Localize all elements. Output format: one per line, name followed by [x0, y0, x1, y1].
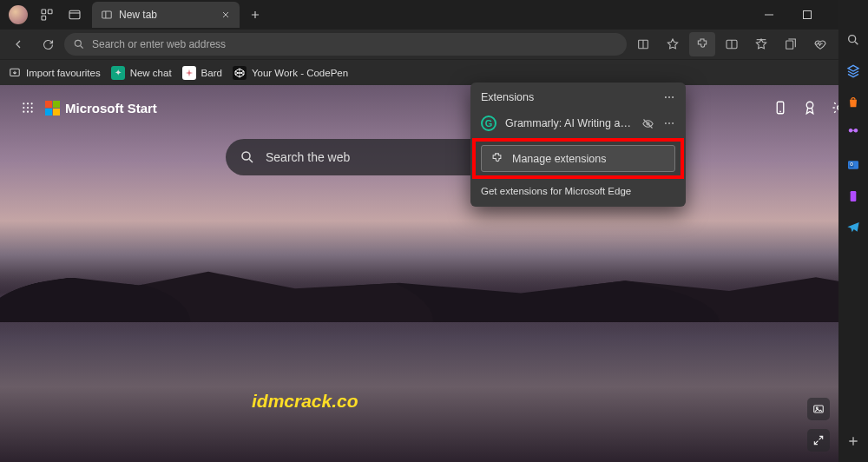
address-placeholder: Search or enter web address — [92, 38, 226, 50]
svg-point-15 — [27, 102, 29, 104]
svg-point-16 — [31, 102, 33, 104]
svg-point-17 — [23, 107, 24, 109]
watermark-text: idmcrack.co — [252, 391, 358, 412]
edit-background-icon[interactable] — [807, 398, 830, 420]
rewards-icon[interactable] — [802, 100, 818, 116]
get-extensions-label: Get extensions for Microsoft Edge — [481, 186, 631, 196]
extensions-popup: Extensions G Grammarly: AI Writing and G… — [470, 82, 686, 207]
address-bar[interactable]: Search or enter web address — [64, 33, 627, 56]
manage-extensions-label: Manage extensions — [512, 153, 606, 165]
svg-rect-9 — [786, 41, 793, 49]
search-icon — [240, 149, 255, 165]
bookmark-newchat[interactable]: ✦ New chat — [111, 66, 172, 80]
import-icon — [9, 67, 21, 79]
visibility-off-icon[interactable] — [641, 117, 654, 130]
profile-avatar[interactable] — [9, 5, 28, 24]
close-tab-icon[interactable] — [220, 10, 231, 20]
search-placeholder: Search the web — [266, 150, 350, 164]
svg-point-21 — [27, 111, 29, 113]
favorites-icon[interactable] — [748, 32, 774, 56]
svg-point-18 — [27, 107, 29, 109]
sidebar-telegram-icon[interactable] — [845, 219, 862, 236]
bookmark-codepen[interactable]: Your Work - CodePen — [233, 66, 348, 80]
app-launcher-icon[interactable] — [21, 101, 35, 115]
sidebar-add-icon[interactable] — [845, 432, 862, 450]
codepen-label: Your Work - CodePen — [252, 68, 348, 78]
collections-icon[interactable] — [778, 32, 804, 56]
svg-rect-0 — [42, 10, 46, 14]
sidebar-shopping-icon[interactable] — [845, 94, 862, 111]
tab-title: New tab — [119, 9, 214, 21]
toolbar: Search or enter web address — [0, 30, 868, 59]
chatgpt-icon: ✦ — [111, 66, 125, 80]
sidebar-games-icon[interactable] — [845, 125, 862, 142]
svg-point-14 — [23, 102, 24, 104]
search-icon — [73, 38, 85, 50]
get-extensions-link[interactable]: Get extensions for Microsoft Edge — [470, 181, 686, 196]
svg-point-29 — [672, 96, 674, 98]
svg-point-33 — [672, 122, 674, 124]
favorites-bar: Import favourites ✦ New chat Bard Your W… — [0, 59, 868, 85]
extension-name: Grammarly: AI Writing and Gramm… — [505, 117, 633, 129]
mobile-icon[interactable] — [773, 100, 788, 116]
svg-rect-40 — [851, 191, 857, 201]
svg-rect-4 — [102, 11, 112, 18]
svg-point-28 — [668, 96, 670, 98]
highlight-box: Manage extensions — [472, 138, 684, 179]
back-button[interactable] — [5, 32, 31, 56]
svg-point-32 — [668, 122, 670, 124]
favorite-star-icon[interactable] — [660, 32, 686, 56]
sidebar-outlook-icon[interactable]: O — [845, 156, 862, 174]
import-favorites-button[interactable]: Import favourites — [9, 67, 101, 79]
reading-mode-icon[interactable] — [630, 32, 656, 56]
bookmark-bard[interactable]: Bard — [182, 66, 222, 80]
microsoft-start-brand[interactable]: Microsoft Start — [45, 101, 157, 116]
extensions-more-icon[interactable] — [663, 91, 675, 103]
import-label: Import favourites — [26, 68, 101, 78]
extension-item-more-icon[interactable] — [663, 117, 675, 129]
codepen-icon — [233, 66, 247, 80]
extensions-puzzle-icon — [490, 152, 503, 165]
maximize-button[interactable] — [788, 0, 826, 30]
expand-icon[interactable] — [807, 429, 830, 452]
sidebar-search-icon[interactable] — [845, 31, 862, 49]
page-corner-controls — [807, 398, 830, 452]
brand-label: Microsoft Start — [65, 101, 157, 116]
svg-point-26 — [242, 152, 250, 160]
svg-point-27 — [665, 96, 667, 98]
extensions-header: Extensions — [470, 91, 686, 110]
svg-rect-5 — [804, 11, 812, 19]
sidebar-phone-icon[interactable] — [845, 188, 862, 205]
refresh-button[interactable] — [35, 32, 61, 56]
browser-tab[interactable]: New tab — [92, 2, 240, 28]
split-screen-icon[interactable] — [719, 32, 745, 56]
svg-point-36 — [849, 36, 856, 43]
manage-extensions-button[interactable]: Manage extensions — [481, 145, 675, 172]
titlebar: New tab — [0, 0, 868, 30]
new-tab-page: Microsoft Start Search the web Extension… — [0, 85, 868, 462]
newchat-label: New chat — [130, 68, 172, 78]
svg-rect-1 — [48, 10, 52, 14]
svg-point-19 — [31, 107, 33, 109]
extension-item-grammarly[interactable]: G Grammarly: AI Writing and Gramm… — [470, 110, 686, 136]
extensions-title: Extensions — [481, 91, 534, 103]
grammarly-icon: G — [481, 116, 496, 131]
background-image — [0, 266, 868, 322]
tab-actions-icon[interactable] — [61, 1, 89, 29]
svg-point-22 — [31, 111, 33, 113]
workspaces-icon[interactable] — [33, 1, 61, 29]
svg-point-20 — [23, 111, 24, 113]
svg-point-6 — [75, 40, 81, 46]
extensions-button[interactable] — [689, 32, 715, 56]
newtab-icon — [101, 9, 113, 21]
sidebar-tools-icon[interactable] — [845, 63, 862, 80]
start-header: Microsoft Start — [21, 94, 847, 122]
microsoft-logo-icon — [45, 101, 60, 116]
bard-label: Bard — [201, 68, 222, 78]
minimize-button[interactable] — [750, 0, 788, 30]
svg-rect-2 — [42, 16, 46, 20]
new-tab-button[interactable] — [243, 3, 267, 27]
heart-health-icon[interactable] — [807, 32, 833, 56]
edge-sidebar: O — [838, 0, 868, 462]
bard-icon — [182, 66, 196, 80]
